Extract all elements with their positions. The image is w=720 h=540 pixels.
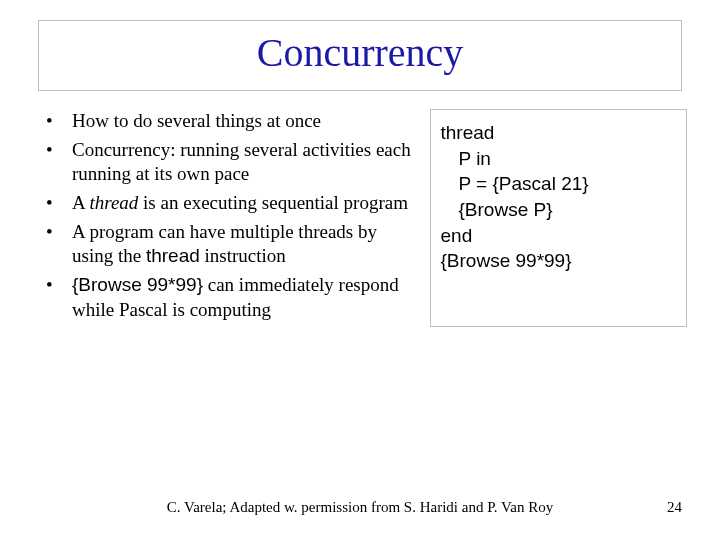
- code-line: end: [441, 223, 677, 249]
- keyword-thread: thread: [146, 245, 200, 266]
- bullet-item: A program can have multiple threads by u…: [38, 220, 412, 269]
- code-line: P in: [441, 146, 677, 172]
- bullet-item: {Browse 99*99} can immediately respond w…: [38, 273, 412, 322]
- slide: Concurrency How to do several things at …: [0, 0, 720, 540]
- bullet-list: How to do several things at once Concurr…: [38, 109, 412, 323]
- bullet-item: A thread is an executing sequential prog…: [38, 191, 412, 216]
- code-line: thread: [441, 120, 677, 146]
- emphasis-thread: thread: [89, 192, 138, 213]
- code-text: P: [459, 148, 477, 169]
- page-number: 24: [667, 499, 682, 516]
- text-fragment: instruction: [200, 245, 286, 266]
- code-line: {Browse 99*99}: [441, 248, 677, 274]
- footer-credit: C. Varela; Adapted w. permission from S.…: [0, 499, 720, 516]
- bullet-column: How to do several things at once Concurr…: [38, 109, 412, 327]
- slide-title: Concurrency: [51, 29, 669, 76]
- bullet-item: Concurrency: running several activities …: [38, 138, 412, 187]
- title-container: Concurrency: [38, 20, 682, 91]
- text-fragment: is an executing sequential program: [138, 192, 408, 213]
- code-line: P = {Pascal 21}: [441, 171, 677, 197]
- code-line: {Browse P}: [441, 197, 677, 223]
- inline-code: {Browse 99*99}: [72, 274, 203, 295]
- bullet-item: How to do several things at once: [38, 109, 412, 134]
- code-keyword-in: in: [476, 148, 491, 169]
- slide-body: How to do several things at once Concurr…: [38, 109, 682, 327]
- text-fragment: A: [72, 192, 89, 213]
- code-box: thread P in P = {Pascal 21} {Browse P} e…: [430, 109, 688, 327]
- slide-footer: C. Varela; Adapted w. permission from S.…: [0, 499, 720, 516]
